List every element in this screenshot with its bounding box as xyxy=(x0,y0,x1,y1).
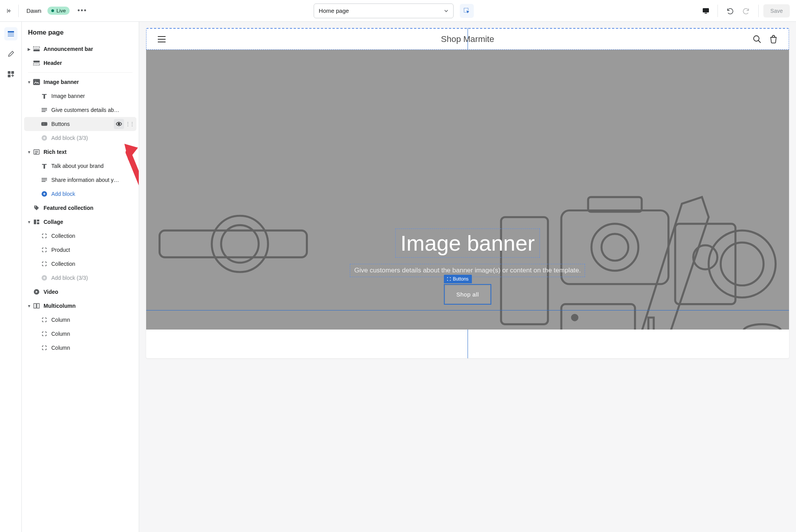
plus-circle-icon xyxy=(40,190,48,198)
placeholder-icon xyxy=(40,344,48,352)
add-block-label: Add block (3/3) xyxy=(51,135,136,141)
add-block-collage: Add block (3/3) xyxy=(24,271,136,285)
section-header[interactable]: ▶ Header xyxy=(24,56,136,70)
caret-down-icon: ▼ xyxy=(26,220,32,224)
button-icon xyxy=(40,120,48,128)
block-label: Buttons xyxy=(51,121,114,127)
block-rich-text-text[interactable]: Share information about y… xyxy=(24,173,136,187)
svg-rect-10 xyxy=(33,49,40,51)
block-label: Give customers details ab… xyxy=(51,107,136,113)
block-collage-2[interactable]: Product xyxy=(24,243,136,257)
section-image-banner[interactable]: ▼ Image banner xyxy=(24,75,136,89)
more-menu-button[interactable]: ••• xyxy=(76,5,89,16)
section-featured-collection[interactable]: ▼ Featured collection xyxy=(24,201,136,215)
rail-app-embeds[interactable] xyxy=(4,68,17,81)
section-label: Featured collection xyxy=(44,205,136,211)
cart-icon[interactable] xyxy=(769,35,778,44)
svg-rect-27 xyxy=(34,304,36,308)
banner-buttons-block[interactable]: Buttons Shop all xyxy=(444,284,491,305)
section-rich-text[interactable]: ▼ Rich text xyxy=(24,145,136,159)
section-collage[interactable]: ▼ Collage xyxy=(24,215,136,229)
undo-button[interactable] xyxy=(723,4,737,18)
caret-down-icon: ▼ xyxy=(26,304,32,308)
placeholder-icon xyxy=(40,330,48,338)
section-video[interactable]: ▼ Video xyxy=(24,285,136,299)
inspector-button[interactable] xyxy=(460,4,474,18)
caret-down-icon: ▼ xyxy=(26,150,32,154)
section-label: Collage xyxy=(44,219,136,225)
add-block-rich-text[interactable]: Add block xyxy=(24,187,136,201)
visibility-toggle[interactable] xyxy=(114,119,124,129)
header-icon xyxy=(33,59,40,67)
svg-rect-13 xyxy=(33,79,40,85)
svg-rect-9 xyxy=(33,47,40,48)
rail-sections[interactable] xyxy=(4,27,17,40)
store-title: Shop Marmite xyxy=(147,34,789,44)
video-icon xyxy=(33,288,40,296)
block-image-banner-text[interactable]: Give customers details ab… xyxy=(24,103,136,117)
heading-icon xyxy=(40,162,48,170)
svg-rect-2 xyxy=(705,13,707,14)
svg-rect-8 xyxy=(8,75,10,77)
text-icon xyxy=(40,176,48,184)
block-multicolumn-3[interactable]: Column xyxy=(24,341,136,355)
block-rich-text-heading[interactable]: Talk about your brand xyxy=(24,159,136,173)
section-label: Header xyxy=(44,60,136,66)
block-image-banner-heading[interactable]: Image banner xyxy=(24,89,136,103)
svg-rect-5 xyxy=(8,35,14,37)
drag-handle[interactable]: ⋮⋮ xyxy=(126,121,134,127)
section-label: Announcement bar xyxy=(44,46,136,52)
image-banner-section[interactable]: Image banner Give customers details abou… xyxy=(146,50,789,330)
section-label: Image banner xyxy=(44,79,136,85)
svg-rect-7 xyxy=(11,71,14,74)
block-label: Talk about your brand xyxy=(51,163,136,169)
svg-rect-6 xyxy=(8,71,10,74)
exit-button[interactable] xyxy=(6,5,19,17)
add-block-label: Add block (3/3) xyxy=(51,275,136,281)
save-button[interactable]: Save xyxy=(763,4,790,17)
shop-all-button[interactable]: Shop all xyxy=(445,286,490,303)
rail-theme-settings[interactable] xyxy=(4,47,17,61)
text-icon xyxy=(40,106,48,114)
block-collage-1[interactable]: Collection xyxy=(24,229,136,243)
svg-rect-4 xyxy=(8,33,14,35)
block-label: Column xyxy=(51,317,136,323)
redo-button[interactable] xyxy=(740,4,754,18)
svg-rect-23 xyxy=(37,220,39,222)
preview-canvas[interactable]: Shop Marmite xyxy=(146,28,789,358)
chevron-down-icon xyxy=(444,9,449,13)
sidebar-title: Home page xyxy=(22,22,139,42)
section-label: Video xyxy=(44,289,136,295)
hamburger-icon[interactable] xyxy=(157,36,166,43)
live-badge: Live xyxy=(47,7,70,15)
theme-name: Dawn xyxy=(26,7,41,14)
svg-rect-28 xyxy=(37,304,39,308)
richtext-icon xyxy=(33,148,40,156)
block-collage-3[interactable]: Collection xyxy=(24,257,136,271)
block-label: Column xyxy=(51,331,136,337)
store-header[interactable]: Shop Marmite xyxy=(146,28,789,50)
block-multicolumn-1[interactable]: Column xyxy=(24,313,136,327)
block-tag: Buttons xyxy=(444,275,472,283)
collage-icon xyxy=(33,218,40,226)
svg-rect-11 xyxy=(33,61,40,63)
section-multicolumn[interactable]: ▼ Multicolumn xyxy=(24,299,136,313)
placeholder-icon xyxy=(40,232,48,240)
search-icon[interactable] xyxy=(753,35,761,44)
svg-rect-24 xyxy=(37,222,39,224)
block-label: Image banner xyxy=(51,93,136,99)
divider xyxy=(717,5,718,17)
desktop-view-button[interactable] xyxy=(699,4,713,18)
block-image-banner-buttons[interactable]: Buttons ⋮⋮ xyxy=(24,117,136,131)
block-multicolumn-2[interactable]: Column xyxy=(24,327,136,341)
section-announcement-bar[interactable]: ▶ Announcement bar xyxy=(24,42,136,56)
svg-rect-1 xyxy=(703,8,709,12)
block-label: Share information about y… xyxy=(51,177,136,183)
svg-rect-3 xyxy=(8,31,14,33)
banner-heading[interactable]: Image banner xyxy=(395,228,540,258)
page-selector[interactable]: Home page xyxy=(314,3,454,18)
plus-circle-icon xyxy=(40,274,48,282)
block-label: Collection xyxy=(51,261,136,267)
placeholder-icon xyxy=(40,246,48,254)
block-label: Collection xyxy=(51,233,136,239)
